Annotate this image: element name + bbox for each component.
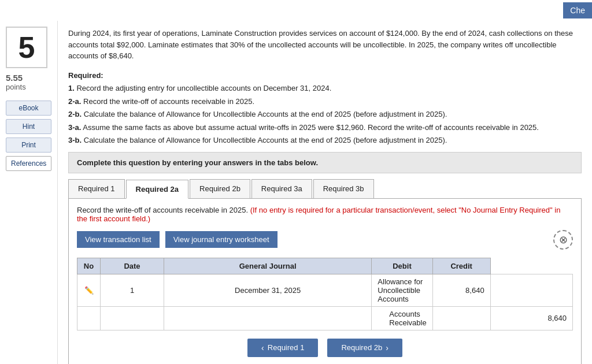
tab-required3a[interactable]: Required 3a [251, 179, 312, 198]
tab-required1[interactable]: Required 1 [68, 179, 125, 198]
che-button[interactable]: Che [563, 2, 592, 18]
sidebar-buttons: eBook Hint Print References [6, 101, 51, 171]
row1-journal: Allowance for Uncollectible Accounts [372, 274, 432, 306]
next-nav-button[interactable]: Required 2b › [327, 339, 402, 357]
problem-text: During 2024, its first year of operation… [68, 28, 582, 62]
instruction-box: Complete this question by entering your … [68, 152, 582, 173]
next-arrow-icon: › [386, 343, 388, 352]
hint-button[interactable]: Hint [6, 119, 51, 134]
tab-instruction: Record the write-off of accounts receiva… [77, 206, 573, 223]
row2-credit: 8,640 [490, 306, 572, 330]
ebook-button[interactable]: eBook [6, 101, 51, 116]
journal-table: No Date General Journal Debit Credit ✏️ … [77, 258, 573, 330]
row2-journal: Accounts Receivable [372, 306, 432, 330]
col-header-journal: General Journal [164, 258, 372, 274]
tabs-container: Required 1 Required 2a Required 2b Requi… [68, 179, 582, 199]
row2-date [164, 306, 372, 330]
row1-debit: 8,640 [432, 274, 490, 306]
points-display: 5.55 points [6, 73, 51, 91]
edit-icon[interactable]: ✏️ [84, 286, 94, 295]
col-header-no: No [77, 258, 101, 274]
close-button[interactable]: ⊗ [553, 230, 573, 250]
row1-credit [490, 274, 572, 306]
tab-required3b[interactable]: Required 3b [313, 179, 374, 198]
print-button[interactable]: Print [6, 138, 51, 153]
tab-required2a[interactable]: Required 2a [126, 180, 188, 199]
row2-debit [432, 306, 490, 330]
view-transaction-list-button[interactable]: View transaction list [77, 231, 160, 248]
row2-no [101, 306, 164, 330]
table-row: ✏️ 1 December 31, 2025 Allowance for Unc… [77, 274, 573, 306]
action-buttons-row: View transaction list View journal entry… [77, 230, 573, 250]
col-header-date: Date [101, 258, 164, 274]
col-header-debit: Debit [372, 258, 432, 274]
tab-content-area: Record the write-off of accounts receiva… [68, 199, 582, 365]
references-button[interactable]: References [6, 156, 51, 171]
next-label: Required 2b [341, 343, 382, 352]
required-section: Required: 1. Record the adjusting entry … [68, 70, 582, 146]
navigation-buttons: ‹ Required 1 Required 2b › [77, 339, 573, 357]
prev-arrow-icon: ‹ [261, 343, 264, 352]
tab-required2b[interactable]: Required 2b [190, 179, 250, 198]
prev-nav-button[interactable]: ‹ Required 1 [247, 339, 318, 357]
question-number: 5 [6, 27, 47, 68]
col-header-credit: Credit [432, 258, 490, 274]
view-journal-worksheet-button[interactable]: View journal entry worksheet [165, 231, 278, 248]
row1-no: 1 [101, 274, 164, 306]
prev-label: Required 1 [268, 343, 305, 352]
table-row: Accounts Receivable 8,640 [77, 306, 573, 330]
row1-date: December 31, 2025 [164, 274, 372, 306]
